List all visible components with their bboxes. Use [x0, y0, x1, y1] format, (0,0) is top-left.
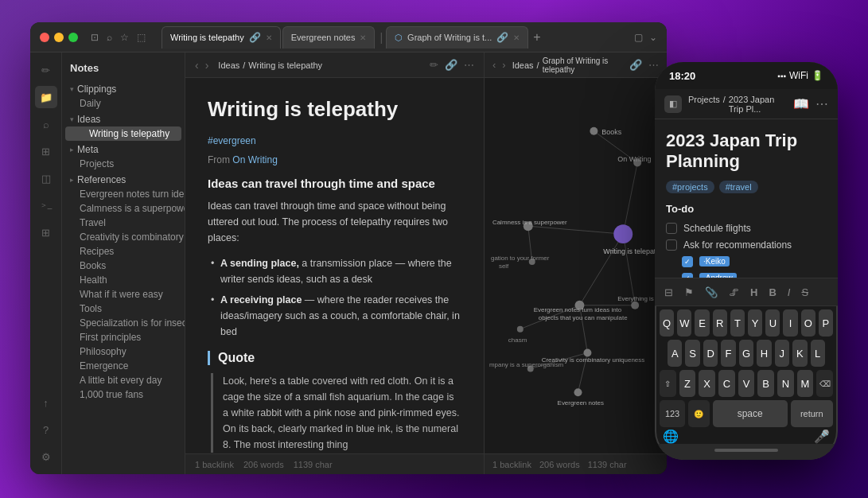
tree-item-evergreen[interactable]: Evergreen notes turn ideas...	[62, 187, 185, 201]
calendar-icon[interactable]: ⊞	[35, 140, 57, 162]
tab-evergreen[interactable]: Evergreen notes ✕	[282, 26, 376, 49]
key-n[interactable]: N	[777, 370, 794, 397]
tree-item-ideas[interactable]: ▾ Ideas	[62, 112, 185, 126]
layout-icon[interactable]: ⬚	[137, 32, 146, 43]
key-t[interactable]: T	[730, 309, 745, 337]
tree-item-daily[interactable]: Daily	[62, 96, 185, 111]
tree-item-travel[interactable]: Travel	[62, 216, 185, 230]
key-e[interactable]: E	[695, 309, 709, 337]
mic-icon[interactable]: 🎤	[814, 429, 830, 444]
tree-item-meta[interactable]: ▸ Meta	[62, 142, 185, 157]
key-m[interactable]: M	[797, 370, 814, 397]
chevron-down-icon[interactable]: ⌄	[649, 32, 657, 43]
key-g[interactable]: G	[739, 340, 753, 367]
key-k[interactable]: K	[792, 340, 807, 367]
tree-item-projects[interactable]: Projects	[62, 157, 185, 171]
compose-icon[interactable]: ✏	[35, 59, 57, 81]
tree-item-calmness[interactable]: Calmness is a superpower	[62, 201, 185, 216]
more-icon[interactable]: ⋯	[464, 59, 474, 71]
key-y[interactable]: Y	[748, 309, 762, 337]
flag-icon[interactable]: ⚑	[681, 283, 697, 302]
key-shift[interactable]: ⇧	[660, 370, 676, 397]
settings-icon[interactable]: ⚙	[35, 445, 57, 468]
graph-node-evernotes[interactable]	[574, 388, 582, 396]
tree-item-every-day[interactable]: A little bit every day	[62, 373, 185, 387]
phone-tag-travel[interactable]: #travel	[719, 181, 758, 193]
minimize-button[interactable]	[54, 33, 64, 42]
key-s[interactable]: S	[685, 340, 699, 367]
edit-icon[interactable]: ✏	[430, 59, 438, 71]
backlinks-count[interactable]: 1 backlink	[195, 460, 234, 469]
graph-node-chasm[interactable]	[517, 326, 524, 333]
graph-node-creativity[interactable]	[583, 349, 591, 357]
key-r[interactable]: R	[713, 309, 727, 337]
sidebar-right-icon[interactable]: ▢	[634, 32, 643, 43]
tab-close-icon[interactable]: ✕	[360, 33, 366, 42]
key-a[interactable]: A	[668, 340, 682, 367]
key-f[interactable]: F	[721, 340, 735, 367]
tree-item-recipes[interactable]: Recipes	[62, 244, 185, 259]
tab-close-icon[interactable]: ✕	[513, 33, 520, 42]
key-123[interactable]: 123	[660, 400, 685, 427]
todo-checkbox[interactable]	[666, 239, 677, 251]
graph-node-remix[interactable]	[631, 302, 639, 309]
tab-close-icon[interactable]: ✕	[266, 33, 272, 42]
todo-ask-recommendations[interactable]: Ask for recommendations	[666, 239, 827, 251]
maximize-button[interactable]	[68, 33, 78, 42]
tree-item-tools[interactable]: Tools	[62, 302, 185, 316]
nav-back-button[interactable]: ‹	[195, 59, 199, 72]
key-p[interactable]: P	[819, 309, 833, 337]
key-b[interactable]: B	[757, 370, 774, 397]
globe-icon[interactable]: 🌐	[663, 429, 679, 444]
star-icon[interactable]: ☆	[120, 32, 129, 43]
bold-icon[interactable]: B	[765, 283, 779, 302]
tree-item-true-fans[interactable]: 1,000 true fans	[62, 387, 185, 402]
key-l[interactable]: L	[811, 340, 825, 367]
key-c[interactable]: C	[718, 370, 735, 397]
key-q[interactable]: Q	[660, 309, 674, 337]
paperclip-icon[interactable]: 📎	[702, 283, 721, 302]
upload-icon[interactable]: ↑	[35, 391, 57, 414]
terminal-icon[interactable]: ＞_	[35, 194, 57, 216]
graph-nav-forward[interactable]: ›	[502, 59, 505, 71]
key-backspace[interactable]: ⌫	[816, 370, 833, 397]
todo-checkbox[interactable]	[666, 223, 677, 234]
graph-node-books[interactable]	[590, 127, 597, 135]
graph-node-telepathy[interactable]	[613, 224, 633, 243]
tree-item-books[interactable]: Books	[62, 259, 185, 273]
key-u[interactable]: U	[765, 309, 780, 337]
graph-breadcrumb-root[interactable]: Ideas	[512, 60, 534, 70]
key-z[interactable]: Z	[679, 370, 696, 397]
key-h[interactable]: H	[757, 340, 771, 367]
help-icon[interactable]: ?	[35, 418, 57, 441]
files-icon[interactable]: 📁	[35, 86, 57, 108]
tree-item-writing-telepathy[interactable]: Writing is telepathy	[65, 126, 181, 141]
layers-icon[interactable]: ◫	[35, 167, 57, 189]
tab-writing-telepathy[interactable]: Writing is telepathy 🔗 ✕	[162, 26, 281, 49]
from-link[interactable]: On Writing	[232, 154, 277, 165]
tree-item-clippings[interactable]: ▾ Clippings	[62, 82, 185, 96]
search-icon[interactable]: ⌕	[107, 32, 112, 43]
phone-breadcrumb-root[interactable]: Projects	[688, 95, 720, 114]
close-button[interactable]	[40, 33, 49, 42]
phone-sidebar-icon[interactable]: ◧	[664, 95, 682, 113]
italic-icon[interactable]: I	[784, 283, 794, 302]
todo-keiko[interactable]: ✓ ·Keiko	[682, 256, 827, 267]
phone-more-icon[interactable]: ⋯	[815, 96, 828, 111]
graph-more-icon[interactable]: ⋯	[648, 59, 659, 71]
key-j[interactable]: J	[775, 340, 789, 367]
link-icon[interactable]: 🔗	[445, 59, 457, 71]
new-tab-button[interactable]: +	[533, 30, 540, 45]
graph-nav-back[interactable]: ‹	[492, 59, 496, 71]
tree-item-what-if[interactable]: What if it were easy	[62, 287, 185, 302]
tree-item-health[interactable]: Health	[62, 273, 185, 287]
graph-link-icon[interactable]: 🔗	[629, 59, 642, 71]
list-icon[interactable]: ⊟	[661, 283, 676, 302]
grid-icon[interactable]: ⊞	[35, 221, 57, 243]
key-return[interactable]: return	[791, 400, 834, 427]
editor-tag[interactable]: #evergreen	[208, 135, 256, 146]
tab-graph[interactable]: ⬡ Graph of Writing is t... 🔗 ✕	[386, 26, 528, 49]
search-icon[interactable]: ⌕	[35, 113, 57, 135]
todo-schedule-flights[interactable]: Schedule flights	[666, 223, 827, 234]
key-x[interactable]: X	[699, 370, 715, 397]
